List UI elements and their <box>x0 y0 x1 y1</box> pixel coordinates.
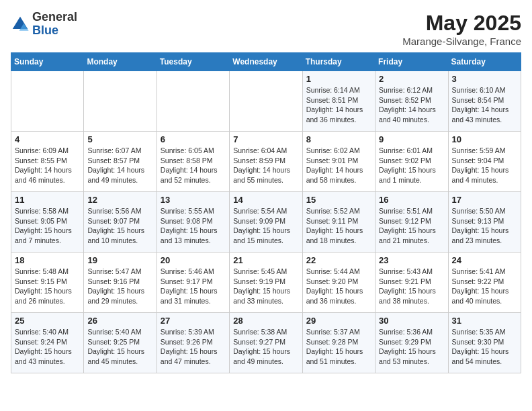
day-number: 20 <box>161 255 226 265</box>
day-number: 16 <box>379 195 444 205</box>
day-number: 28 <box>233 316 298 326</box>
day-number: 12 <box>87 195 152 205</box>
day-info: Sunrise: 5:59 AMSunset: 9:04 PMDaylight:… <box>452 146 517 185</box>
day-number: 29 <box>306 316 371 326</box>
day-info: Sunrise: 6:01 AMSunset: 9:02 PMDaylight:… <box>379 146 444 185</box>
logo-general: General <box>32 10 77 24</box>
logo-text: General Blue <box>32 11 77 38</box>
day-info: Sunrise: 5:47 AMSunset: 9:16 PMDaylight:… <box>87 267 152 306</box>
calendar-cell <box>157 71 229 132</box>
day-info: Sunrise: 5:44 AMSunset: 9:20 PMDaylight:… <box>306 267 371 306</box>
calendar-header: SundayMondayTuesdayWednesdayThursdayFrid… <box>11 53 521 71</box>
calendar-week-row: 18Sunrise: 5:48 AMSunset: 9:15 PMDayligh… <box>11 253 521 313</box>
day-info: Sunrise: 6:14 AMSunset: 8:51 PMDaylight:… <box>306 85 371 125</box>
day-info: Sunrise: 6:12 AMSunset: 8:52 PMDaylight:… <box>379 85 444 125</box>
day-number: 18 <box>15 255 80 265</box>
day-number: 14 <box>233 195 298 205</box>
weekday-header: Friday <box>375 53 448 71</box>
day-number: 4 <box>15 134 80 144</box>
calendar-cell: 5Sunrise: 6:07 AMSunset: 8:57 PMDaylight… <box>84 132 157 192</box>
day-info: Sunrise: 5:56 AMSunset: 9:07 PMDaylight:… <box>87 206 152 246</box>
day-info: Sunrise: 5:43 AMSunset: 9:21 PMDaylight:… <box>379 267 444 306</box>
calendar-cell: 28Sunrise: 5:38 AMSunset: 9:27 PMDayligh… <box>230 313 302 373</box>
logo-blue: Blue <box>32 24 58 37</box>
day-info: Sunrise: 5:50 AMSunset: 9:13 PMDaylight:… <box>452 206 517 246</box>
calendar-cell <box>11 71 84 132</box>
day-number: 19 <box>87 255 152 265</box>
calendar-cell: 21Sunrise: 5:45 AMSunset: 9:19 PMDayligh… <box>230 253 302 313</box>
calendar-cell: 13Sunrise: 5:55 AMSunset: 9:08 PMDayligh… <box>157 192 229 253</box>
calendar-cell: 23Sunrise: 5:43 AMSunset: 9:21 PMDayligh… <box>375 253 448 313</box>
calendar-cell: 12Sunrise: 5:56 AMSunset: 9:07 PMDayligh… <box>84 192 157 253</box>
calendar-cell: 2Sunrise: 6:12 AMSunset: 8:52 PMDaylight… <box>375 71 448 132</box>
calendar-cell: 9Sunrise: 6:01 AMSunset: 9:02 PMDaylight… <box>375 132 448 192</box>
calendar-cell: 15Sunrise: 5:52 AMSunset: 9:11 PMDayligh… <box>302 192 375 253</box>
day-number: 23 <box>379 255 444 265</box>
calendar-cell: 3Sunrise: 6:10 AMSunset: 8:54 PMDaylight… <box>448 71 521 132</box>
location: Marange-Silvange, France <box>402 36 521 47</box>
day-info: Sunrise: 6:04 AMSunset: 8:59 PMDaylight:… <box>233 146 298 185</box>
day-number: 8 <box>306 134 371 144</box>
day-info: Sunrise: 5:55 AMSunset: 9:08 PMDaylight:… <box>161 206 226 246</box>
page-header: General Blue May 2025 Marange-Silvange, … <box>11 11 521 47</box>
day-info: Sunrise: 5:35 AMSunset: 9:30 PMDaylight:… <box>452 327 517 367</box>
calendar-cell: 11Sunrise: 5:58 AMSunset: 9:05 PMDayligh… <box>11 192 84 253</box>
day-info: Sunrise: 5:37 AMSunset: 9:28 PMDaylight:… <box>306 327 371 367</box>
day-number: 1 <box>306 74 371 84</box>
calendar-cell <box>84 71 157 132</box>
logo: General Blue <box>11 11 77 38</box>
day-info: Sunrise: 5:52 AMSunset: 9:11 PMDaylight:… <box>306 206 371 246</box>
weekday-header: Wednesday <box>230 53 302 71</box>
day-number: 22 <box>306 255 371 265</box>
day-number: 25 <box>15 316 80 326</box>
calendar-cell: 16Sunrise: 5:51 AMSunset: 9:12 PMDayligh… <box>375 192 448 253</box>
day-number: 30 <box>379 316 444 326</box>
day-number: 26 <box>87 316 152 326</box>
calendar-week-row: 4Sunrise: 6:09 AMSunset: 8:55 PMDaylight… <box>11 132 521 192</box>
calendar-cell: 24Sunrise: 5:41 AMSunset: 9:22 PMDayligh… <box>448 253 521 313</box>
weekday-header: Thursday <box>302 53 375 71</box>
day-number: 17 <box>452 195 517 205</box>
day-info: Sunrise: 5:58 AMSunset: 9:05 PMDaylight:… <box>15 206 80 246</box>
calendar-cell: 26Sunrise: 5:40 AMSunset: 9:25 PMDayligh… <box>84 313 157 373</box>
weekday-header: Tuesday <box>157 53 229 71</box>
day-info: Sunrise: 5:48 AMSunset: 9:15 PMDaylight:… <box>15 267 80 306</box>
calendar-cell: 8Sunrise: 6:02 AMSunset: 9:01 PMDaylight… <box>302 132 375 192</box>
calendar-cell: 20Sunrise: 5:46 AMSunset: 9:17 PMDayligh… <box>157 253 229 313</box>
calendar-cell: 18Sunrise: 5:48 AMSunset: 9:15 PMDayligh… <box>11 253 84 313</box>
calendar-week-row: 25Sunrise: 5:40 AMSunset: 9:24 PMDayligh… <box>11 313 521 373</box>
calendar-week-row: 1Sunrise: 6:14 AMSunset: 8:51 PMDaylight… <box>11 71 521 132</box>
day-info: Sunrise: 5:51 AMSunset: 9:12 PMDaylight:… <box>379 206 444 246</box>
weekday-header: Monday <box>84 53 157 71</box>
weekday-row: SundayMondayTuesdayWednesdayThursdayFrid… <box>11 53 521 71</box>
calendar-cell: 29Sunrise: 5:37 AMSunset: 9:28 PMDayligh… <box>302 313 375 373</box>
title-block: May 2025 Marange-Silvange, France <box>402 11 521 47</box>
calendar-cell: 6Sunrise: 6:05 AMSunset: 8:58 PMDaylight… <box>157 132 229 192</box>
calendar-cell: 27Sunrise: 5:39 AMSunset: 9:26 PMDayligh… <box>157 313 229 373</box>
calendar-cell: 1Sunrise: 6:14 AMSunset: 8:51 PMDaylight… <box>302 71 375 132</box>
calendar-cell: 17Sunrise: 5:50 AMSunset: 9:13 PMDayligh… <box>448 192 521 253</box>
weekday-header: Saturday <box>448 53 521 71</box>
day-info: Sunrise: 5:40 AMSunset: 9:25 PMDaylight:… <box>87 327 152 367</box>
day-number: 21 <box>233 255 298 265</box>
day-info: Sunrise: 5:40 AMSunset: 9:24 PMDaylight:… <box>15 327 80 367</box>
calendar-cell: 7Sunrise: 6:04 AMSunset: 8:59 PMDaylight… <box>230 132 302 192</box>
day-number: 2 <box>379 74 444 84</box>
day-info: Sunrise: 5:36 AMSunset: 9:29 PMDaylight:… <box>379 327 444 367</box>
day-info: Sunrise: 5:41 AMSunset: 9:22 PMDaylight:… <box>452 267 517 306</box>
day-info: Sunrise: 5:38 AMSunset: 9:27 PMDaylight:… <box>233 327 298 367</box>
day-number: 11 <box>15 195 80 205</box>
day-number: 13 <box>161 195 226 205</box>
day-number: 15 <box>306 195 371 205</box>
day-info: Sunrise: 6:09 AMSunset: 8:55 PMDaylight:… <box>15 146 80 185</box>
logo-icon <box>11 15 30 34</box>
day-info: Sunrise: 6:07 AMSunset: 8:57 PMDaylight:… <box>87 146 152 185</box>
calendar-cell <box>230 71 302 132</box>
day-info: Sunrise: 5:39 AMSunset: 9:26 PMDaylight:… <box>161 327 226 367</box>
calendar-cell: 30Sunrise: 5:36 AMSunset: 9:29 PMDayligh… <box>375 313 448 373</box>
day-number: 3 <box>452 74 517 84</box>
weekday-header: Sunday <box>11 53 84 71</box>
calendar-cell: 19Sunrise: 5:47 AMSunset: 9:16 PMDayligh… <box>84 253 157 313</box>
day-info: Sunrise: 6:10 AMSunset: 8:54 PMDaylight:… <box>452 85 517 125</box>
day-number: 9 <box>379 134 444 144</box>
